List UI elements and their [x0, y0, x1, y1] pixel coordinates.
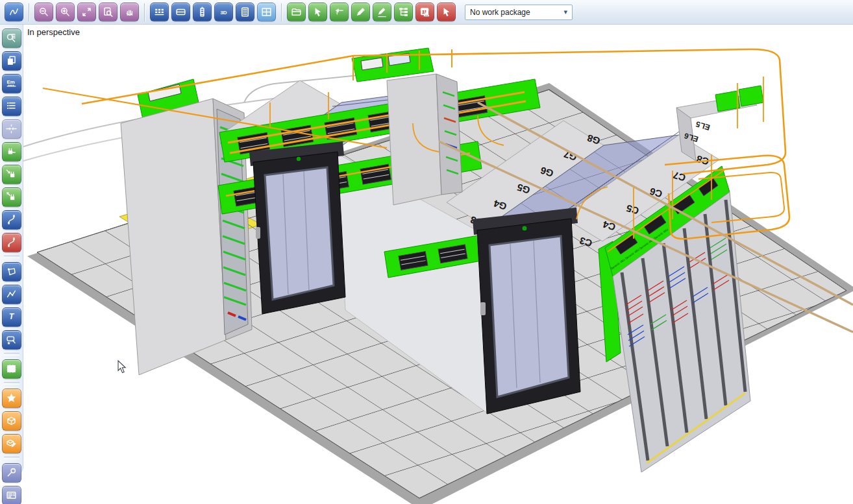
- plug-arrow-out-icon: [5, 191, 18, 203]
- undo-work-package-button[interactable]: [330, 3, 349, 21]
- insert-box-button[interactable]: [2, 411, 21, 431]
- cursor-icon: [312, 6, 324, 18]
- export-pdf-button[interactable]: [5, 3, 23, 21]
- work-package-value: No work package: [470, 8, 530, 17]
- toolbar-separator: [281, 3, 282, 21]
- annotate-work-package-button[interactable]: [373, 3, 391, 21]
- rack-side-view-button[interactable]: [193, 3, 212, 21]
- measure-icon: Em: [5, 77, 18, 90]
- door-indicator-led: [297, 157, 301, 161]
- work-package-tree-button[interactable]: [394, 3, 413, 21]
- folder-icon: [290, 6, 303, 18]
- search-equipment-button[interactable]: [2, 29, 21, 48]
- calendar-alerts-button[interactable]: 31: [415, 3, 434, 21]
- cable-tray-highlight[interactable]: [739, 86, 763, 106]
- door-handle: [480, 302, 486, 315]
- polyline-icon: [5, 288, 18, 300]
- expand-arrows-icon: [80, 6, 93, 18]
- cable-route-button[interactable]: [2, 210, 21, 230]
- server-row-icon: [175, 6, 187, 18]
- insert-table-button[interactable]: [2, 359, 21, 379]
- insert-label-button[interactable]: [2, 330, 21, 350]
- datacenter-3d-scene[interactable]: X3 W3 S3 T3 S4 T4 W4 X4: [23, 25, 853, 504]
- copy-view-button[interactable]: [2, 51, 21, 71]
- measure-button[interactable]: Em: [2, 74, 21, 93]
- work-package-select[interactable]: No work package: [465, 5, 573, 20]
- properties-panel-icon: [5, 489, 18, 501]
- door-handle: [256, 227, 260, 239]
- properties-panel-button[interactable]: [2, 486, 21, 504]
- 3d-viewport[interactable]: In perspective X3 W3 S3 T3 S4 T4 W4: [23, 25, 853, 504]
- zoom-out-button[interactable]: [34, 3, 53, 21]
- cursor-remove-icon: [440, 6, 452, 18]
- table-grid-icon: [5, 363, 18, 375]
- rack-list-view-button[interactable]: [236, 3, 254, 21]
- hierarchy-tree-icon: [397, 6, 410, 18]
- star-icon: [5, 392, 18, 404]
- pdf-icon: [8, 6, 20, 18]
- item-list-button[interactable]: [2, 97, 21, 116]
- mouse-cursor: [118, 361, 125, 373]
- connect-output-button[interactable]: [2, 187, 21, 207]
- zoom-extents-button[interactable]: [77, 3, 96, 21]
- view-mode-label: In perspective: [27, 27, 80, 37]
- pencil-icon: [354, 6, 367, 18]
- corner-racks[interactable]: EL5 EL6: [676, 86, 763, 161]
- aisle-door-left[interactable]: [249, 141, 345, 314]
- arrows-converge-icon: [5, 123, 18, 135]
- floor-plan-view-button[interactable]: [257, 3, 276, 21]
- text-tool-icon: T: [5, 311, 18, 323]
- edit-work-package-button[interactable]: [351, 3, 370, 21]
- undo-arrow-icon: [333, 6, 345, 18]
- pencil-note-icon: [376, 6, 388, 18]
- settings-button[interactable]: [2, 463, 21, 483]
- vertical-rack-icon: [196, 6, 208, 18]
- rack-row-view-button[interactable]: [171, 3, 190, 21]
- cable-icon: [5, 213, 18, 226]
- draw-polyline-button[interactable]: [2, 285, 21, 304]
- bullet-list-icon: [5, 100, 18, 112]
- wrench-icon: [5, 466, 18, 479]
- sidebar-separator: [4, 353, 19, 355]
- polygon-icon: [5, 265, 18, 278]
- zoom-page-icon: [102, 6, 114, 18]
- door-glass: [265, 167, 334, 300]
- door-indicator-led: [523, 226, 527, 231]
- toolbar-separator: [29, 3, 29, 21]
- connector-button[interactable]: [2, 142, 21, 162]
- 3d-view-button[interactable]: 3D: [214, 3, 233, 21]
- standalone-rack[interactable]: [121, 79, 252, 375]
- top-toolbar: 3D 31 No work package: [0, 0, 853, 25]
- remove-work-package-button[interactable]: [437, 3, 456, 21]
- calendar-alert-icon: 31: [419, 6, 431, 18]
- zoom-window-button[interactable]: [99, 3, 117, 21]
- zoom-in-button[interactable]: [56, 3, 75, 21]
- edit-box-button[interactable]: [2, 434, 21, 453]
- cube-icon: [5, 414, 18, 427]
- list-document-icon: [239, 6, 251, 18]
- cable-route-remove-button[interactable]: [2, 233, 21, 252]
- pan-button[interactable]: [120, 3, 139, 21]
- cable-tray-highlight[interactable]: [715, 91, 740, 112]
- left-toolbar: Em T: [0, 25, 23, 474]
- floor-plan-icon: [260, 6, 273, 18]
- search-rack-icon: [5, 32, 18, 44]
- open-work-package-button[interactable]: [287, 3, 306, 21]
- em-glyph: Em: [7, 79, 15, 85]
- favorites-button[interactable]: [2, 389, 21, 408]
- pick-work-package-button[interactable]: [308, 3, 327, 21]
- plug-icon: [5, 145, 18, 158]
- toolbar-separator: [144, 3, 145, 21]
- 3d-glyph: 3D: [220, 10, 227, 16]
- draw-polygon-button[interactable]: [2, 262, 21, 282]
- connect-input-button[interactable]: [2, 165, 21, 184]
- aisle-door-right[interactable]: [473, 208, 580, 414]
- copy-pages-icon: [5, 54, 18, 67]
- insert-text-button[interactable]: T: [2, 307, 21, 327]
- zoom-in-icon: [59, 6, 71, 18]
- cube-pencil-icon: [5, 437, 18, 450]
- rack-front-view-button[interactable]: [150, 3, 169, 21]
- align-center-button[interactable]: [2, 119, 21, 139]
- zoom-out-icon: [38, 6, 50, 18]
- sidebar-separator: [4, 457, 19, 459]
